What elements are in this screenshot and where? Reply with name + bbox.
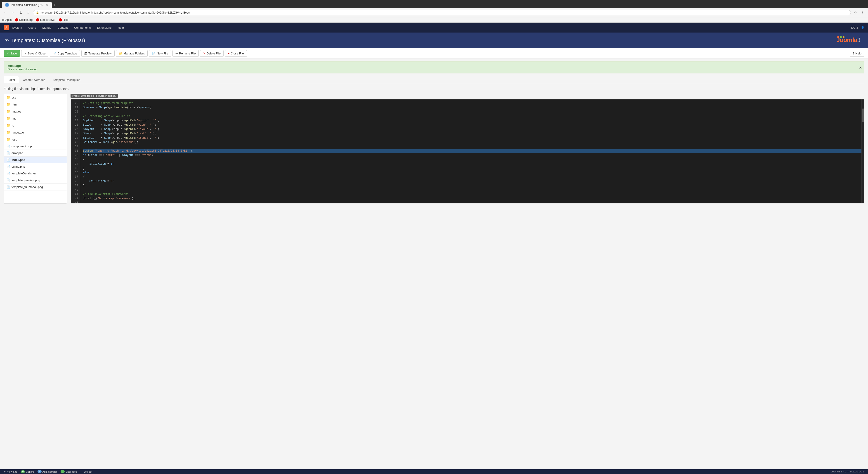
file-index-php[interactable]: 📄 index.php [4, 157, 67, 163]
file-template-preview[interactable]: 📄 template_preview.png [4, 177, 67, 184]
bookmark-debian[interactable]: Debian.org [15, 18, 33, 22]
file-error-php[interactable]: 📄 error.php [4, 150, 67, 157]
folder-less-label: less [12, 138, 17, 141]
file-template-thumbnail[interactable]: 📄 template_thumbnail.png [4, 184, 67, 190]
bookmark-button[interactable]: ☆ [852, 9, 859, 16]
folder-js[interactable]: 📁 js [4, 122, 67, 129]
close-file-button[interactable]: ● Close File [225, 50, 247, 57]
news-label: Latest News [40, 18, 55, 22]
folder-language-label: language [12, 131, 24, 134]
message-title: Message [7, 64, 861, 68]
code-line-26: $layout = $app->input->getCmd('layout', … [83, 127, 862, 131]
page-title: 👁 Templates: Customise (Protostar) [4, 37, 85, 43]
tab-template-description[interactable]: Template Description [49, 76, 84, 83]
folder-img-label: img [12, 117, 17, 120]
delete-file-icon: ✕ [203, 52, 206, 55]
code-line-35: } [83, 166, 862, 170]
folder-less[interactable]: 📁 less [4, 136, 67, 143]
copy-template-button[interactable]: 📄 Copy Template [50, 50, 80, 57]
joomla-topbar: J! System Users Menus Content Components… [0, 23, 868, 33]
forward-button[interactable]: → [10, 9, 16, 16]
bookmarks-bar: ⊞ Apps Debian.org Latest News Help [0, 18, 868, 23]
save-close-icon: ✓ [24, 52, 27, 55]
code-line-43 [83, 201, 862, 203]
code-line-36: else [83, 170, 862, 175]
rename-file-label: Rename File [179, 52, 196, 55]
nav-system[interactable]: System [9, 23, 25, 33]
nav-menus[interactable]: Menus [39, 23, 54, 33]
nav-components[interactable]: Components [71, 23, 94, 33]
joomla-main-nav: System Users Menus Content Components Ex… [9, 23, 851, 33]
bookmark-latest-news[interactable]: Latest News [36, 18, 55, 22]
browser-actions: ☆ ⋮ [852, 9, 866, 16]
code-editor-wrap: Press F10 to toggle Full Screen editing.… [70, 94, 864, 203]
folder-html[interactable]: 📁 html [4, 101, 67, 108]
joomla-brand-logo: Joomla ! [836, 36, 864, 45]
code-content[interactable]: // Getting params from template $params … [80, 99, 864, 203]
dc3-link[interactable]: DC-3 [851, 26, 858, 29]
address-bar[interactable]: 🔒 Not secure 192.168.247.216/administrat… [33, 10, 851, 15]
code-line-25: $view = $app->input->getCmd('view', ''); [83, 123, 862, 127]
save-button[interactable]: ✓ Save [4, 50, 20, 57]
save-icon: ✓ [6, 52, 9, 55]
new-tab-button[interactable]: + [52, 2, 58, 8]
nav-extensions[interactable]: Extensions [94, 23, 115, 33]
new-file-icon: 📄 [152, 52, 156, 55]
home-button[interactable]: ⌂ [25, 9, 32, 16]
message-close-button[interactable]: ✕ [859, 65, 862, 70]
tab-editor[interactable]: Editor [4, 76, 19, 83]
message-text: File successfully saved. [7, 68, 861, 71]
browser-menu-button[interactable]: ⋮ [860, 9, 866, 16]
tab-close-button[interactable]: ✕ [45, 3, 48, 7]
template-preview-label: Template Preview [88, 52, 112, 55]
folder-images[interactable]: 📁 images [4, 108, 67, 115]
code-line-27: $task = $app->input->getCmd('task', ''); [83, 131, 862, 136]
reload-button[interactable]: ↻ [18, 9, 24, 16]
code-line-41: // Add JavaScript Frameworks [83, 192, 862, 196]
file-component-icon: 📄 [6, 145, 10, 148]
tab-title: Templates: Customise (Pr... [10, 3, 43, 6]
file-template-details[interactable]: 📄 templateDetails.xml [4, 170, 67, 177]
user-icon[interactable]: 👤 [861, 26, 864, 29]
manage-folders-button[interactable]: 📁 Manage Folders [116, 50, 148, 57]
header-icon: 👁 [4, 38, 9, 43]
back-button[interactable]: ← [2, 9, 8, 16]
new-file-button[interactable]: 📄 New File [149, 50, 171, 57]
code-editor[interactable]: 20212223 24252627 28293031 32333435 3637… [70, 99, 864, 203]
folder-css[interactable]: 📁 css [4, 94, 67, 101]
help-button[interactable]: ? Help [850, 50, 864, 57]
nav-help[interactable]: Help [115, 23, 127, 33]
editor-scrollbar[interactable] [862, 99, 864, 203]
code-line-21: $params = $app->getTemplate(true)->param… [83, 105, 862, 110]
rename-file-button[interactable]: ↩ Rename File [173, 50, 199, 57]
copy-template-label: Copy Template [57, 52, 77, 55]
file-template-thumbnail-label: template_thumbnail.png [11, 185, 43, 189]
template-preview-button[interactable]: 🖼 Template Preview [81, 50, 115, 57]
folder-language-icon: 📁 [6, 131, 10, 134]
tab-create-overrides[interactable]: Create Overrides [19, 76, 49, 83]
svg-point-2 [837, 36, 839, 38]
folder-img[interactable]: 📁 img [4, 115, 67, 122]
bookmark-apps[interactable]: ⊞ Apps [2, 18, 11, 22]
tabs-bar: Editor Create Overrides Template Descrip… [4, 76, 864, 83]
nav-users[interactable]: Users [25, 23, 39, 33]
delete-file-button[interactable]: ✕ Delete File [200, 50, 223, 57]
code-line-22 [83, 110, 862, 114]
folder-language[interactable]: 📁 language [4, 129, 67, 136]
folder-html-label: html [12, 103, 18, 106]
nav-content[interactable]: Content [54, 23, 71, 33]
help-favicon [59, 18, 62, 22]
save-label: Save [10, 52, 17, 55]
topbar-right: DC-3 👤 [851, 26, 864, 29]
code-line-24: $option = $app->input->getCmd('option', … [83, 119, 862, 123]
bookmark-help[interactable]: Help [59, 18, 68, 22]
code-line-39: } [83, 184, 862, 188]
folder-js-label: js [12, 124, 14, 127]
svg-text:Joomla: Joomla [836, 36, 857, 43]
save-close-button[interactable]: ✓ Save & Close [21, 50, 49, 57]
browser-tab-active[interactable]: Templates: Customise (Pr... ✕ [2, 2, 52, 8]
file-component-php[interactable]: 📄 component.php [4, 143, 67, 150]
file-offline-php[interactable]: 📄 offline.php [4, 163, 67, 170]
file-template-preview-label: template_preview.png [11, 179, 40, 182]
file-tree: 📁 css 📁 html 📁 images 📁 img 📁 js [4, 94, 67, 203]
